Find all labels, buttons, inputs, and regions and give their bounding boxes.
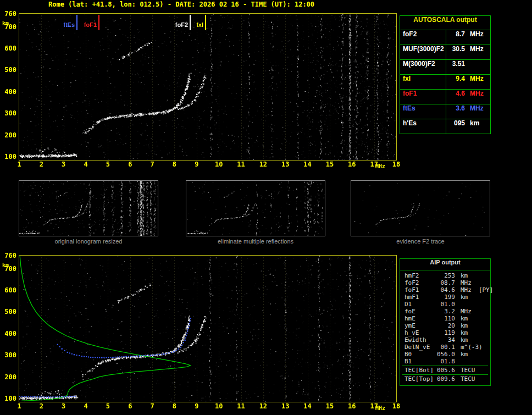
param-label: foF2 bbox=[404, 279, 435, 286]
param-value: 3.51 bbox=[446, 60, 465, 74]
y-tick-label: 200 bbox=[0, 131, 16, 139]
aip-row-hmF2: hmF2253km bbox=[400, 272, 490, 279]
thumbnail-caption-multiples: eliminate multiple reflections bbox=[186, 238, 325, 245]
x-tick-label: 5 bbox=[102, 161, 114, 168]
x-tick-label: 13 bbox=[279, 402, 291, 410]
aip-row-B0: B0056.0km bbox=[400, 351, 490, 358]
x-tick-label: 6 bbox=[124, 402, 136, 410]
param-unit: MHz bbox=[455, 279, 490, 286]
x-tick-label: 4 bbox=[80, 161, 92, 168]
param-value: 110 bbox=[435, 315, 455, 322]
top-ionogram-canvas bbox=[19, 13, 397, 161]
param-unit: MHz[PY] bbox=[455, 286, 493, 294]
param-value: 9.4 bbox=[446, 75, 465, 89]
y-tick-label: 500 bbox=[0, 308, 16, 316]
x-tick-label: 14 bbox=[302, 402, 314, 410]
param-value: 20 bbox=[435, 322, 455, 329]
param-label: h'Es bbox=[400, 119, 446, 134]
aip-row-D1: D101.0 bbox=[400, 301, 490, 308]
thumbnail-caption-original: original ionogram resized bbox=[19, 238, 158, 245]
param-label: h_vE bbox=[404, 329, 435, 336]
x-tick-label: 9 bbox=[191, 161, 203, 168]
y-tick-label: 700 bbox=[0, 23, 16, 31]
param-flag: [PY] bbox=[479, 286, 494, 294]
y-axis-unit-label: km bbox=[2, 20, 9, 26]
autoscala-panel-title: AUTOSCALA output bbox=[400, 16, 490, 30]
param-value: 00.1 bbox=[435, 344, 455, 351]
param-unit: km bbox=[455, 329, 490, 336]
param-value: 253 bbox=[435, 272, 455, 279]
param-unit: TECU bbox=[455, 367, 490, 374]
x-tick-label: 11 bbox=[235, 402, 247, 410]
autoscala-row-h'Es: h'Es095km bbox=[400, 119, 490, 134]
param-value-cell: 095km bbox=[446, 119, 490, 134]
x-tick-label: 1 bbox=[13, 161, 25, 168]
autoscala-row-fxI: fxI9.4MHz bbox=[400, 75, 490, 90]
y-tick-label: 100 bbox=[0, 395, 16, 402]
param-label: DelN_vE bbox=[404, 344, 435, 351]
autoscala-rows: foF28.7MHzMUF(3000)F230.5MHzM(3000)F23.5… bbox=[400, 30, 490, 134]
x-tick-label: 6 bbox=[124, 161, 136, 168]
param-unit: km bbox=[455, 272, 490, 279]
param-unit: MHz bbox=[470, 104, 484, 119]
aip-panel-title: AIP output bbox=[400, 259, 490, 270]
param-label: B0 bbox=[404, 351, 435, 358]
aip-row-hmE: hmE110km bbox=[400, 315, 490, 322]
y-tick-label: 700 bbox=[0, 265, 16, 273]
param-unit: km bbox=[470, 119, 479, 134]
param-label: hmE bbox=[404, 315, 435, 322]
x-tick-label: 17 bbox=[368, 161, 380, 168]
autoscala-row-M(3000)F2: M(3000)F23.51 bbox=[400, 60, 490, 75]
aip-row-foE: foE3.2MHz bbox=[400, 308, 490, 315]
x-tick-label: 11 bbox=[235, 161, 247, 168]
param-label: fxI bbox=[400, 75, 446, 89]
thumbnail-evidence-f2-trace bbox=[351, 180, 490, 236]
y-axis-unit-label: km bbox=[2, 262, 9, 268]
param-label: foF1 bbox=[400, 90, 446, 104]
y-tick-label: 100 bbox=[0, 153, 16, 161]
x-tick-label: 3 bbox=[58, 402, 70, 410]
param-label: hmF1 bbox=[404, 294, 435, 301]
param-label: TEC[Bot] bbox=[404, 367, 435, 374]
param-unit: MHz bbox=[470, 90, 484, 104]
y-tick-label: 300 bbox=[0, 109, 16, 117]
x-tick-label: 7 bbox=[146, 402, 158, 410]
aip-row-B1: B101.8 bbox=[400, 358, 490, 365]
param-unit bbox=[455, 358, 490, 365]
param-label: MUF(3000)F2 bbox=[400, 45, 446, 59]
param-unit: MHz bbox=[470, 75, 484, 89]
x-tick-label: 16 bbox=[346, 161, 358, 168]
x-tick-label: 18 bbox=[390, 402, 402, 410]
y-tick-label: 760 bbox=[0, 252, 16, 259]
aip-row-Ewidth: Ewidth34km bbox=[400, 336, 490, 344]
param-value: 04.6 bbox=[435, 286, 455, 294]
param-value: 3.6 bbox=[446, 104, 465, 119]
param-unit: km bbox=[455, 351, 490, 358]
param-label: ftEs bbox=[400, 104, 446, 119]
y-tick-label: 760 bbox=[0, 10, 16, 18]
param-value-cell: 9.4MHz bbox=[446, 75, 490, 89]
param-value: 01.8 bbox=[435, 358, 455, 365]
x-tick-label: 7 bbox=[146, 161, 158, 168]
aip-separator bbox=[402, 366, 488, 366]
thumbnail-original-ionogram bbox=[19, 180, 158, 236]
param-value: 4.6 bbox=[446, 90, 465, 104]
param-unit: km bbox=[455, 294, 490, 301]
aip-row-hmF1: hmF1199km bbox=[400, 294, 490, 301]
page-title: Rome (lat: +41.8, lon: 012.5) - DATE: 20… bbox=[48, 1, 314, 8]
param-value-cell: 4.6MHz bbox=[446, 90, 490, 104]
param-value-cell: 8.7MHz bbox=[446, 30, 490, 45]
x-tick-label: 14 bbox=[302, 161, 314, 168]
param-value: 08.7 bbox=[435, 279, 455, 286]
param-value-cell: 3.6MHz bbox=[446, 104, 490, 119]
aip-separator bbox=[402, 374, 488, 375]
param-label: TEC[Top] bbox=[404, 375, 435, 383]
param-value: 30.5 bbox=[446, 45, 465, 59]
aip-row-foF2: foF208.7MHz bbox=[400, 279, 490, 286]
x-tick-label: 2 bbox=[35, 402, 47, 410]
x-tick-label: 1 bbox=[13, 402, 25, 410]
x-tick-label: 3 bbox=[58, 161, 70, 168]
aip-row-ymE: ymE20km bbox=[400, 322, 490, 329]
y-tick-label: 600 bbox=[0, 45, 16, 52]
x-tick-label: 10 bbox=[213, 402, 225, 410]
